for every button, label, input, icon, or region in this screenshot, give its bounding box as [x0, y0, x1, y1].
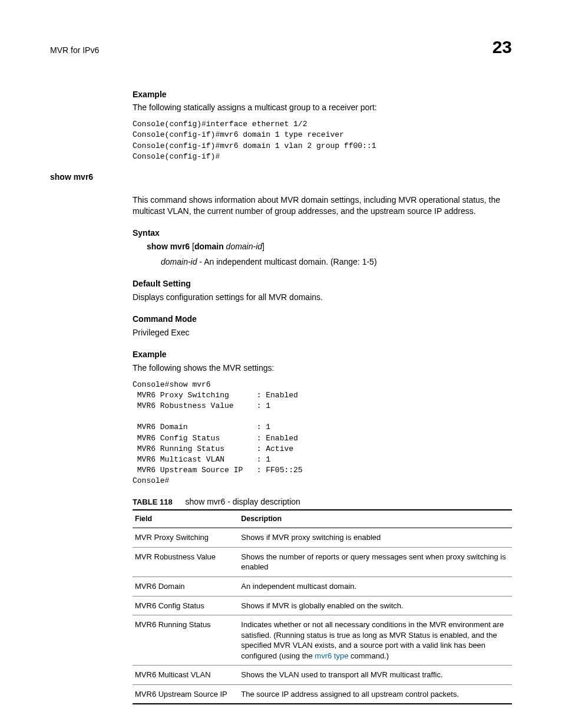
cell-field: MVR6 Config Status — [133, 596, 239, 615]
cell-desc: Indicates whether or not all necessary c… — [239, 615, 512, 666]
cell-field: MVR6 Upstream Source IP — [133, 684, 239, 704]
cell-field: MVR6 Domain — [133, 577, 239, 597]
table-row: MVR Robustness Value Shows the number of… — [133, 547, 512, 577]
cell-desc: An independent multicast domain. — [239, 577, 512, 597]
cell-field: MVR6 Multicast VLAN — [133, 666, 239, 685]
command-name: show mvr6 — [50, 172, 512, 183]
cmd-desc-text: This command shows information about MVR… — [133, 195, 512, 217]
syntax-p3: ] — [262, 242, 265, 251]
command-description: This command shows information about MVR… — [133, 195, 512, 704]
table-row: MVR6 Config Status Shows if MVR is globa… — [133, 596, 512, 615]
col-field: Field — [133, 510, 239, 528]
table-caption: TABLE 118 show mvr6 - display descriptio… — [133, 496, 512, 508]
syntax-arg-text: - An independent multicast domain. (Rang… — [197, 257, 376, 266]
mode-text: Privileged Exec — [133, 327, 512, 338]
syntax-cmd-b1: show mvr6 — [147, 242, 190, 251]
default-heading: Default Setting — [133, 278, 512, 289]
example2-heading: Example — [133, 349, 512, 360]
cell-field: MVR6 Running Status — [133, 615, 239, 666]
cell-desc: Shows if MVR proxy switching is enabled — [239, 528, 512, 548]
example1-intro: The following statically assigns a multi… — [133, 102, 512, 113]
example1-code: Console(config)#interface ethernet 1/2 C… — [133, 119, 512, 162]
syntax-cmd-i: domain-id — [226, 242, 262, 251]
header-title: MVR for IPv6 — [50, 45, 99, 56]
table-row: MVR6 Upstream Source IP The source IP ad… — [133, 684, 512, 704]
table-row: MVR6 Running Status Indicates whether or… — [133, 615, 512, 666]
cell-desc: Shows if MVR is globally enabled on the … — [239, 596, 512, 615]
cell-desc: The source IP address assigned to all up… — [239, 684, 512, 704]
cell-desc: Shows the VLAN used to transport all MVR… — [239, 666, 512, 685]
table-row: MVR Proxy Switching Shows if MVR proxy s… — [133, 528, 512, 548]
table-label: TABLE 118 — [133, 498, 173, 506]
syntax-heading: Syntax — [133, 228, 512, 239]
display-description-table: Field Description MVR Proxy Switching Sh… — [133, 509, 512, 704]
table-title: show mvr6 - display description — [186, 497, 300, 506]
example-section-1: Example The following statically assigns… — [133, 89, 512, 163]
table-row: MVR6 Multicast VLAN Shows the VLAN used … — [133, 666, 512, 685]
default-text: Displays configuration settings for all … — [133, 292, 512, 303]
syntax-arg-name: domain-id — [161, 257, 197, 266]
syntax-cmd-b2: domain — [194, 242, 224, 251]
desc-post: command.) — [348, 651, 389, 660]
chapter-number: 23 — [492, 35, 512, 60]
table-row: MVR6 Domain An independent multicast dom… — [133, 577, 512, 597]
syntax-p1: [ — [190, 242, 194, 251]
page-header: MVR for IPv6 23 — [50, 35, 512, 60]
col-description: Description — [239, 510, 512, 528]
table-header-row: Field Description — [133, 510, 512, 528]
mode-heading: Command Mode — [133, 314, 512, 325]
cell-field: MVR Robustness Value — [133, 547, 239, 577]
syntax-line: show mvr6 [domain domain-id] — [147, 241, 512, 252]
cell-field: MVR Proxy Switching — [133, 528, 239, 548]
syntax-arg-desc: domain-id - An independent multicast dom… — [161, 256, 512, 268]
example2-intro: The following shows the MVR settings: — [133, 363, 512, 374]
mvr6-type-link[interactable]: mvr6 type — [315, 651, 348, 660]
cell-desc: Shows the number of reports or query mes… — [239, 547, 512, 577]
example2-code: Console#show mvr6 MVR6 Proxy Switching :… — [133, 380, 512, 487]
example1-heading: Example — [133, 89, 512, 100]
